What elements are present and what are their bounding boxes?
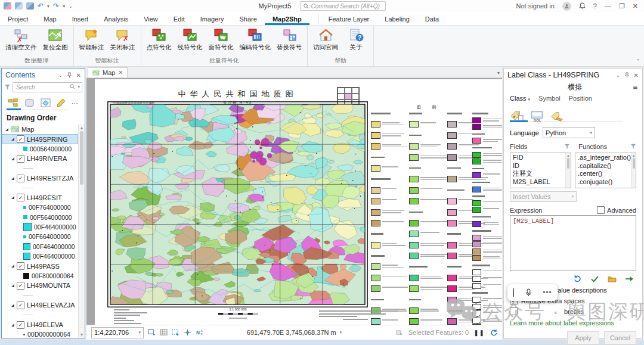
selection-tools-icon[interactable] [172, 329, 179, 336]
functions-filter-icon[interactable] [630, 144, 636, 150]
coords-units-chevron-icon[interactable]: ▾ [340, 330, 342, 335]
function-item[interactable]: .as_integer_ratio() [578, 154, 631, 162]
ribbon-button-poly-sym[interactable]: 面符号化 [207, 27, 236, 52]
layer-row-lh49eleva[interactable]: ✓LH49ELEVA [2, 320, 78, 330]
new-layout-icon[interactable] [148, 329, 156, 336]
scroll-up-icon[interactable]: ▲ [80, 126, 84, 130]
apply-button[interactable]: Apply [567, 331, 599, 344]
ribbon-button-point-sym[interactable]: 点符号化 [145, 27, 174, 52]
symbol-row[interactable]: 00F664000000 [2, 232, 78, 241]
ribbon-button-smart-label[interactable]: 智能标注 [78, 27, 106, 52]
symbol-row[interactable] [2, 291, 78, 300]
symbol-row[interactable]: 00F800000064 [2, 271, 78, 281]
layer-visibility-checkbox[interactable]: ✓ [17, 135, 24, 143]
ribbon-button-about[interactable]: ?关于 [342, 27, 370, 52]
ribbon-button-replace-sym[interactable]: 替换符号 [275, 27, 304, 52]
pin-icon[interactable] [624, 72, 630, 78]
learn-more-link[interactable]: Learn more about label expressions [504, 316, 642, 327]
ribbon-button-close-label[interactable]: ✗关闭标注 [109, 27, 137, 52]
advanced-checkbox[interactable] [597, 206, 605, 214]
cancel-button[interactable]: Cancel [604, 331, 636, 344]
undo-dropdown-icon[interactable]: ▾ [47, 4, 49, 9]
ribbon-tab-analysis[interactable]: Analysis [96, 14, 136, 25]
scroll-down-icon[interactable]: ▼ [80, 332, 84, 337]
sql-query-icon[interactable]: SQL [530, 110, 544, 122]
refresh-icon[interactable] [490, 329, 497, 336]
function-item[interactable]: .conjugate() [578, 178, 631, 187]
fields-filter-icon[interactable] [564, 144, 570, 150]
voice-typing-popup[interactable]: ••• [507, 284, 558, 301]
panel-close-icon[interactable]: ✕ [76, 72, 81, 79]
symbol-row[interactable] [2, 310, 78, 319]
customize-qat-icon[interactable]: ⌄ [69, 4, 73, 9]
field-item[interactable]: FID [513, 154, 565, 162]
filter-funnel-icon[interactable] [4, 84, 11, 91]
ribbon-button-website[interactable]: 访问官网 [311, 27, 340, 52]
map-canvas[interactable]: 中华人民共和国地质图 中国地质科学院地质研究所编制 长沙幅 H-49 图 例 1… [86, 78, 502, 325]
ribbon-button-code-sym[interactable]: 编码符号化 [238, 27, 273, 52]
list-by-data-source-icon[interactable] [24, 98, 35, 108]
layer-visibility-checkbox[interactable]: ✓ [17, 194, 24, 201]
ribbon-tab-insert[interactable]: Insert [64, 14, 97, 25]
map-view-tab[interactable]: Map ✕ [88, 67, 128, 77]
symbol-row[interactable]: 00F464000000 [2, 251, 78, 261]
geologic-map-image[interactable] [107, 101, 368, 307]
layer-row-lh49rivera[interactable]: ✓LH49RIVERA [2, 154, 78, 163]
label-style-icon[interactable] [550, 110, 565, 122]
verify-expression-icon[interactable] [590, 275, 599, 282]
symbol-row[interactable]: 00F464000000 [2, 222, 78, 232]
layer-visibility-checkbox[interactable]: ✓ [17, 262, 24, 270]
ribbon-tab-feature-layer[interactable]: Feature Layer [321, 14, 377, 25]
ribbon-button-reset-map[interactable]: 复位全图 [41, 27, 70, 52]
minimize-icon[interactable]: — [605, 2, 611, 10]
panel-close-icon[interactable]: ✕ [634, 72, 639, 79]
map-scale-select[interactable]: 1:4,220,706 ▾ [91, 327, 144, 338]
field-item[interactable]: M2S_LABEL [513, 178, 565, 187]
layer-visibility-checkbox[interactable]: ✓ [17, 155, 24, 163]
sign-in-status[interactable]: Not signed in [516, 2, 555, 10]
more-options-ellipsis-icon[interactable]: ••• [543, 288, 552, 297]
ribbon-button-line-sym[interactable]: 线符号化 [176, 27, 205, 52]
restore-icon[interactable]: ❐ [619, 2, 625, 10]
tab-position[interactable]: Position [569, 95, 592, 102]
ribbon-tab-share[interactable]: Share [232, 14, 265, 25]
field-item[interactable]: 注释文 [513, 170, 565, 178]
list-by-drawing-order-icon[interactable] [8, 98, 18, 108]
ribbon-tab-imagery[interactable]: Imagery [193, 14, 232, 25]
selected-features-count[interactable]: Selected Features: 0 [408, 329, 469, 336]
symbol-row[interactable] [2, 164, 78, 173]
symbol-row[interactable] [2, 183, 78, 192]
tab-symbol[interactable]: Symbol [538, 95, 561, 102]
symbol-row[interactable]: 00D000000064 [2, 330, 78, 338]
close-view-icon[interactable]: ✕ [118, 70, 123, 76]
pin-icon[interactable] [67, 72, 72, 78]
layer-visibility-checkbox[interactable]: ✓ [17, 175, 24, 182]
option-checkbox[interactable] [510, 307, 518, 315]
panel-hamburger-menu-icon[interactable]: ≡ [633, 83, 637, 92]
export-expression-icon[interactable] [625, 275, 634, 282]
north-arrow-icon[interactable]: N [196, 329, 204, 336]
layer-row-lh49mounta[interactable]: ✓LH49MOUNTA [2, 281, 78, 290]
open-project-icon[interactable] [15, 2, 23, 10]
contents-scrollbar[interactable]: ▲ ▼ [78, 125, 85, 338]
snapping-crosshair-icon[interactable] [184, 329, 191, 336]
pause-drawing-icon[interactable]: ❚❚ [473, 330, 485, 336]
redo-icon[interactable]: ↷ [53, 2, 59, 10]
command-search-input[interactable]: Command Search (Alt+Q) [300, 1, 386, 11]
panel-menu-chevron-icon[interactable]: ⌄ [58, 73, 63, 78]
symbol-row[interactable]: 00F764000000 [2, 203, 78, 212]
layer-row-lh49pass[interactable]: ✓LH49PASS [2, 261, 78, 271]
add-data-icon[interactable] [26, 2, 34, 10]
ribbon-tab-labeling[interactable]: Labeling [377, 14, 417, 25]
symbol-row[interactable]: 000564000000 [2, 144, 78, 154]
undo-icon[interactable]: ↶ [38, 2, 44, 10]
tab-class[interactable]: Class ▾ [510, 95, 530, 102]
fields-list[interactable]: FIDID注释文M2S_LABEL ▲ [510, 153, 571, 188]
open-expression-folder-icon[interactable] [608, 275, 617, 282]
ribbon-tab-data[interactable]: Data [417, 14, 447, 25]
close-icon[interactable]: ✕ [633, 2, 638, 10]
insert-values-select[interactable]: Insert Values ▾ [510, 191, 577, 202]
scrollbar-thumb[interactable] [80, 131, 83, 185]
panel-menu-chevron-icon[interactable]: ⌄ [616, 73, 620, 78]
symbol-row[interactable]: 00F564000000 [2, 213, 78, 222]
